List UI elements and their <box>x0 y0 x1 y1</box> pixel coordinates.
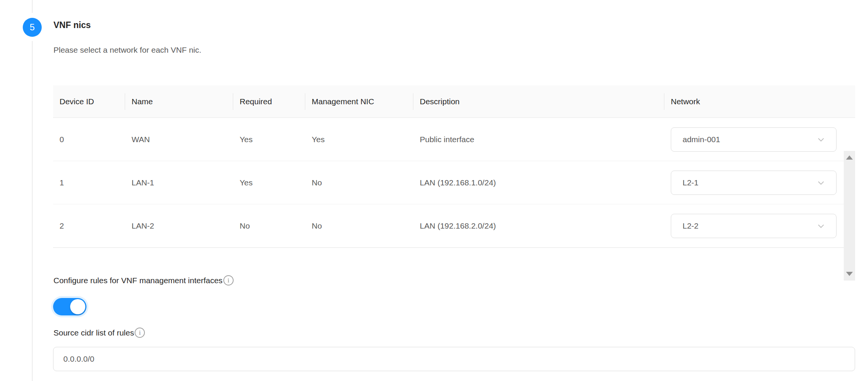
cell-management-nic: Yes <box>305 135 413 144</box>
network-select[interactable]: L2-2 <box>671 214 837 238</box>
source-cidr-input[interactable] <box>53 347 855 371</box>
cell-device-id: 1 <box>53 178 125 187</box>
column-header-network: Network <box>664 97 855 106</box>
triangle-down-icon <box>846 272 853 276</box>
cell-name: LAN-2 <box>125 221 233 230</box>
column-header-required: Required <box>233 97 305 106</box>
configure-rules-toggle[interactable] <box>53 298 86 315</box>
table-row: 1 LAN-1 Yes No LAN (192.168.1.0/24) L2-1 <box>53 161 844 204</box>
cell-required: Yes <box>233 135 305 144</box>
cell-network: admin-001 <box>664 127 855 152</box>
step-indicator: 5 <box>23 18 42 37</box>
cell-name: LAN-1 <box>125 178 233 187</box>
step-connector-line <box>32 41 33 381</box>
source-cidr-label-text: Source cidr list of rules <box>53 328 134 337</box>
cell-description: Public interface <box>413 135 664 144</box>
source-cidr-label: Source cidr list of rulesi <box>53 328 145 338</box>
scroll-up-button[interactable] <box>844 151 855 164</box>
vnf-nics-step-page: 5 VNF nics Please select a network for e… <box>0 0 868 381</box>
cell-name: WAN <box>125 135 233 144</box>
network-select-value: admin-001 <box>683 135 720 144</box>
cell-management-nic: No <box>305 178 413 187</box>
chevron-down-icon <box>816 135 826 144</box>
cell-network: L2-1 <box>664 171 855 195</box>
column-header-device-id: Device ID <box>53 97 125 106</box>
cell-description: LAN (192.168.2.0/24) <box>413 221 664 230</box>
column-header-name: Name <box>125 97 233 106</box>
cell-management-nic: No <box>305 221 413 230</box>
cell-network: L2-2 <box>664 214 855 238</box>
step-connector-line <box>32 0 33 13</box>
vnf-nic-table: Device ID Name Required Management NIC D… <box>53 85 855 248</box>
network-select-value: L2-1 <box>683 178 698 187</box>
column-header-management-nic: Management NIC <box>305 97 413 106</box>
configure-rules-label-text: Configure rules for VNF management inter… <box>53 276 223 285</box>
table-body: 0 WAN Yes Yes Public interface admin-001… <box>53 118 855 248</box>
step-number: 5 <box>30 22 35 33</box>
column-header-description: Description <box>413 97 664 106</box>
cell-description: LAN (192.168.1.0/24) <box>413 178 664 187</box>
network-select[interactable]: L2-1 <box>671 171 837 195</box>
table-row: 2 LAN-2 No No LAN (192.168.2.0/24) L2-2 <box>53 204 844 248</box>
cell-required: Yes <box>233 178 305 187</box>
network-select-value: L2-2 <box>683 221 698 230</box>
page-title: VNF nics <box>53 20 91 30</box>
info-circle-icon[interactable]: i <box>223 275 234 285</box>
cell-required: No <box>233 221 305 230</box>
cell-device-id: 2 <box>53 221 125 230</box>
info-circle-icon[interactable]: i <box>135 328 145 338</box>
triangle-up-icon <box>846 155 853 160</box>
configure-rules-label: Configure rules for VNF management inter… <box>53 275 234 285</box>
table-scrollbar[interactable] <box>844 151 855 281</box>
step-description: Please select a network for each VNF nic… <box>53 45 201 55</box>
table-row: 0 WAN Yes Yes Public interface admin-001 <box>53 118 844 161</box>
cell-device-id: 0 <box>53 135 125 144</box>
scroll-down-button[interactable] <box>844 268 855 281</box>
table-header-row: Device ID Name Required Management NIC D… <box>53 85 855 118</box>
network-select[interactable]: admin-001 <box>671 127 837 152</box>
chevron-down-icon <box>816 178 826 187</box>
chevron-down-icon <box>816 221 826 230</box>
toggle-knob <box>70 299 85 314</box>
